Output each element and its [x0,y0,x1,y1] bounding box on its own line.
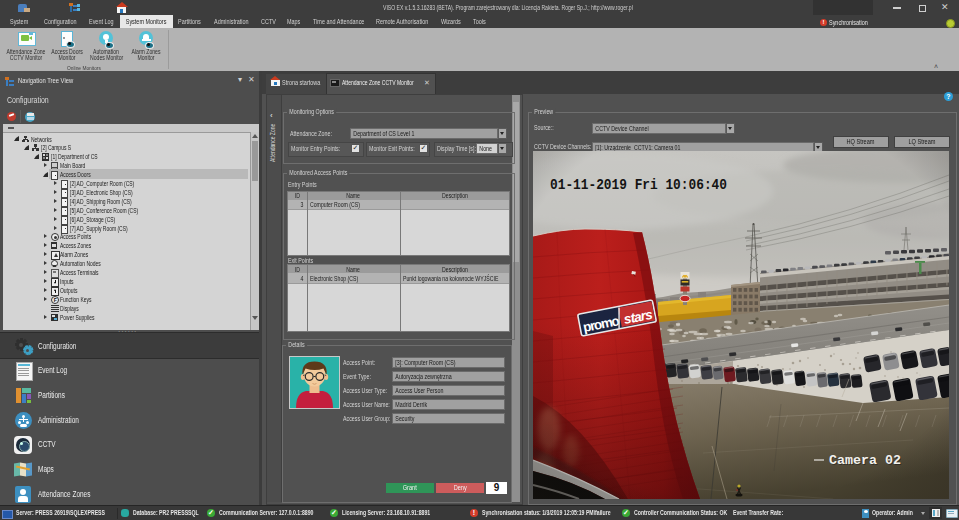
svg-text:01-11-2019 Fri 10:06:40: 01-11-2019 Fri 10:06:40 [550,177,727,194]
svg-text:Camera 02: Camera 02 [829,453,901,468]
